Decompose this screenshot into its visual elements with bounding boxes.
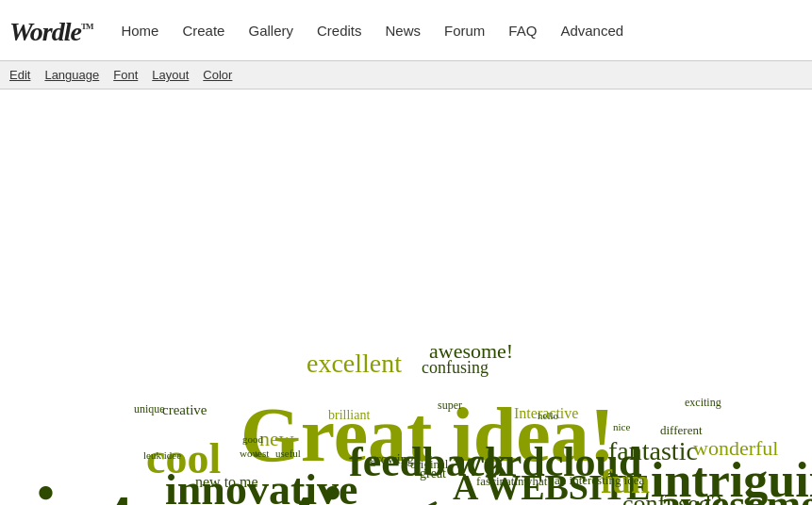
wordcloud-word: different [660,423,703,438]
nav-faq[interactable]: FAQ [499,18,546,43]
toolbar-language[interactable]: Language [44,68,99,82]
wordcloud-word: creative [162,402,207,418]
wordcloud-word: great [420,466,446,481]
wordcloud-word: growing [370,452,414,467]
main-nav: Home Create Gallery Credits News Forum F… [111,18,633,43]
logo-wordmark: Wordle [9,17,81,46]
wordcloud-word: exciting [685,396,721,410]
wordcloud-word: super [438,399,462,413]
wordcloud-word: an interesting idea [555,473,644,488]
nav-credits[interactable]: Credits [307,18,372,43]
wordcloud-word: what? [523,474,553,489]
logo[interactable]: WordleTM [9,13,92,47]
wordcloud-word: wonderful [693,436,778,461]
toolbar: Edit Language Font Layout Color [0,61,812,90]
wordcloud-word: hello [538,410,558,421]
nav-gallery[interactable]: Gallery [239,18,303,43]
wordcloud-word: fantastic [608,436,698,466]
header: WordleTM Home Create Gallery Credits New… [0,0,812,61]
wordcloud: interestingGreat idea!intriguinginnovati… [0,90,812,505]
wordcloud-word: confusing [422,358,489,378]
wordcloud-word: brilliant [328,408,370,423]
nav-home[interactable]: Home [111,18,168,43]
wordcloud-word: excellent [307,349,402,379]
wordcloud-word: leuk idee [143,449,181,461]
toolbar-color[interactable]: Color [203,68,232,82]
nav-forum[interactable]: Forum [435,18,494,43]
toolbar-layout[interactable]: Layout [152,68,189,82]
wordcloud-word: useful [275,448,301,459]
toolbar-font[interactable]: Font [113,68,138,82]
toolbar-edit[interactable]: Edit [9,68,30,82]
wordcloud-word: fascinating [476,474,530,489]
nav-create[interactable]: Create [173,18,234,43]
wordcloud-word: new to me [195,474,258,491]
wordcloud-word: nice [613,421,630,432]
nav-advanced[interactable]: Advanced [551,18,633,43]
logo-area: WordleTM [9,13,92,48]
wordcloud-word: test [255,448,269,459]
wordcloud-word: good [242,433,263,445]
wordcloud-word: unique [134,402,165,416]
nav-news[interactable]: News [376,18,431,43]
logo-tm: TM [81,22,93,31]
